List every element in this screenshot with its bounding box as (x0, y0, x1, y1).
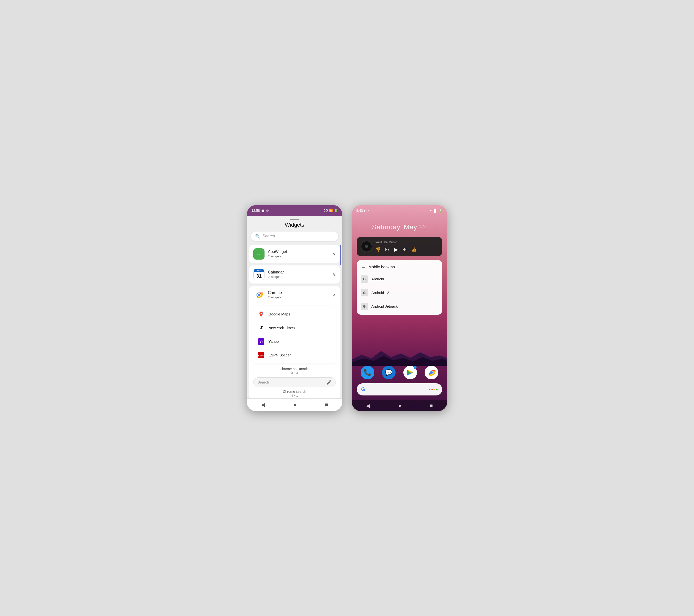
google-assistant-icon[interactable]: ● ● ● ● (429, 387, 438, 391)
back-button[interactable]: ◀ (261, 402, 265, 408)
phone2-status-left: 9:43 ▸ • (356, 209, 369, 212)
prev-button[interactable]: ⏮ (385, 247, 389, 252)
appwidget-header[interactable]: AppWidget 2 widgets ∨ (250, 245, 340, 263)
bookmark-android[interactable]: G Android (357, 272, 442, 286)
chrome-search-label: Search (257, 380, 269, 384)
status-left: 12:58 ▣ ⊙ (251, 209, 269, 212)
bookmark-maps[interactable]: Google Maps (253, 307, 336, 321)
appwidget-section: AppWidget 2 widgets ∨ (250, 245, 340, 263)
location-icon: ▸ (364, 209, 366, 212)
yt-app-name: YouTube Music (375, 240, 438, 244)
chrome-bookmarks-label: Chrome bookmarks (250, 367, 340, 371)
phone-app-icon[interactable]: 📞 (361, 366, 374, 379)
bookmarks-title: Mobile bookma... (368, 265, 398, 269)
bookmarks-back-icon[interactable]: ← (361, 264, 366, 270)
page-title: Widgets (247, 222, 342, 228)
chrome-info: Chrome 2 widgets (268, 291, 329, 299)
chrome-count: 2 widgets (268, 295, 329, 299)
signal-icon: 📶 (329, 209, 333, 212)
notification-dot-icon: • (367, 209, 369, 212)
play-store-icon[interactable] (403, 366, 417, 379)
recents-button[interactable]: ■ (325, 402, 328, 408)
appwidget-name: AppWidget (268, 249, 329, 254)
bookmarks-widget: ← Mobile bookma... G Android G Android 1… (357, 260, 442, 315)
phone2-time: 9:43 (356, 209, 363, 212)
navigation-bar: ◀ ● ■ (247, 398, 342, 411)
calendar-chevron[interactable]: ∨ (333, 272, 336, 277)
calendar-count: 2 widgets (268, 275, 329, 279)
status-bar: 12:58 ▣ ⊙ 5G 📶 🔋 (247, 205, 342, 216)
bookmark-android12[interactable]: G Android 12 (357, 286, 442, 300)
jetpack-bookmark-label: Android Jetpack (371, 304, 398, 309)
android-bookmark-label: Android (371, 277, 384, 281)
chrome-search-widget-label: Chrome search (250, 390, 340, 393)
chrome-bookmarks-preview: Google Maps 𝔗 New York Times Y! (253, 306, 336, 363)
calendar-icon: AUG 31 (253, 269, 264, 280)
next-button[interactable]: ⏭ (402, 247, 407, 252)
signal-bars-icon: ▐▌ (433, 209, 438, 212)
svg-point-11 (258, 294, 260, 296)
nyt-icon: 𝔗 (257, 324, 265, 332)
appwidget-icon (253, 248, 264, 260)
search-placeholder: Search (262, 234, 275, 238)
bookmark-nyt[interactable]: 𝔗 New York Times (253, 321, 336, 335)
chrome-dock-icon[interactable] (425, 366, 438, 379)
bookmark-yahoo[interactable]: Y! Yahoo (253, 335, 336, 348)
thumbdown-button[interactable]: 👎 (375, 247, 381, 252)
data-icon: ⊙ (266, 209, 269, 212)
yt-controls: 👎 ⏮ ▶ ⏭ 👍 (375, 246, 438, 253)
chrome-search-widget-size: 4 × 1 (250, 394, 340, 397)
chrome-header[interactable]: Chrome 2 widgets ∧ (250, 286, 340, 304)
phone2-home-button[interactable]: ● (398, 403, 401, 408)
status-right: 5G 📶 🔋 (324, 209, 338, 212)
google-search-bar[interactable]: G ● ● ● ● (357, 383, 442, 395)
chrome-chevron[interactable]: ∧ (333, 292, 336, 298)
espn-icon: ESPN (257, 351, 265, 359)
google-logo: G (361, 386, 365, 393)
phone2-back-button[interactable]: ◀ (366, 403, 370, 409)
calendar-info: Calendar 2 widgets (268, 270, 329, 279)
widgets-content: Widgets 🔍 Search (247, 216, 342, 398)
yahoo-label: Yahoo (269, 339, 279, 343)
homescreen-phone: 9:43 ▸ • ▾ ▐▌ 🔋 Saturday, May 22 YouTube… (352, 205, 447, 411)
album-art (361, 241, 372, 252)
home-button[interactable]: ● (293, 402, 296, 408)
play-button[interactable]: ▶ (394, 246, 398, 253)
svg-point-3 (260, 254, 260, 255)
phone2-status-right: ▾ ▐▌ 🔋 (430, 209, 443, 212)
network-type: 5G (324, 209, 328, 212)
appwidget-count: 2 widgets (268, 255, 329, 258)
bookmark-espn[interactable]: ESPN ESPN Soccer (253, 348, 336, 362)
messages-app-icon[interactable]: 💬 (382, 366, 396, 379)
search-icon: 🔍 (255, 234, 260, 239)
mic-icon[interactable]: 🎤 (326, 379, 332, 385)
wifi-icon: ▾ (430, 209, 432, 212)
search-bar[interactable]: 🔍 Search (251, 231, 338, 241)
svg-text:ESPN: ESPN (258, 354, 264, 357)
bookmarks-header: ← Mobile bookma... (357, 262, 442, 272)
dock-icons: 📞 💬 (357, 366, 442, 379)
svg-point-19 (430, 371, 433, 374)
drag-handle[interactable] (290, 219, 299, 220)
chrome-search-bar[interactable]: Search 🎤 (253, 377, 336, 387)
appwidget-chevron[interactable]: ∨ (333, 251, 336, 257)
svg-text:Y!: Y! (259, 340, 263, 344)
yt-music-info: YouTube Music 👎 ⏮ ▶ ⏭ 👍 (375, 240, 438, 253)
youtube-music-widget[interactable]: YouTube Music 👎 ⏮ ▶ ⏭ 👍 (357, 237, 442, 256)
calendar-header[interactable]: AUG 31 Calendar 2 widgets ∨ (250, 265, 340, 283)
phone2-battery-icon: 🔋 (439, 209, 443, 212)
android12-bookmark-label: Android 12 (371, 291, 389, 295)
thumbup-button[interactable]: 👍 (411, 247, 417, 252)
chrome-icon (253, 290, 264, 301)
phone2-recents-button[interactable]: ■ (430, 403, 433, 408)
sim-icon: ▣ (261, 209, 264, 212)
svg-rect-1 (257, 254, 261, 256)
mountain-svg (352, 349, 447, 366)
jetpack-bookmark-icon: G (361, 303, 368, 310)
calendar-section: AUG 31 Calendar 2 widgets ∨ (250, 265, 340, 283)
bookmark-jetpack[interactable]: G Android Jetpack (357, 300, 442, 313)
notification-dot (414, 366, 417, 369)
phone2-navigation-bar: ◀ ● ■ (352, 400, 447, 411)
homescreen-content: Saturday, May 22 YouTube Music 👎 ⏮ ▶ ⏭ 👍… (352, 216, 447, 400)
maps-label: Google Maps (269, 312, 290, 316)
